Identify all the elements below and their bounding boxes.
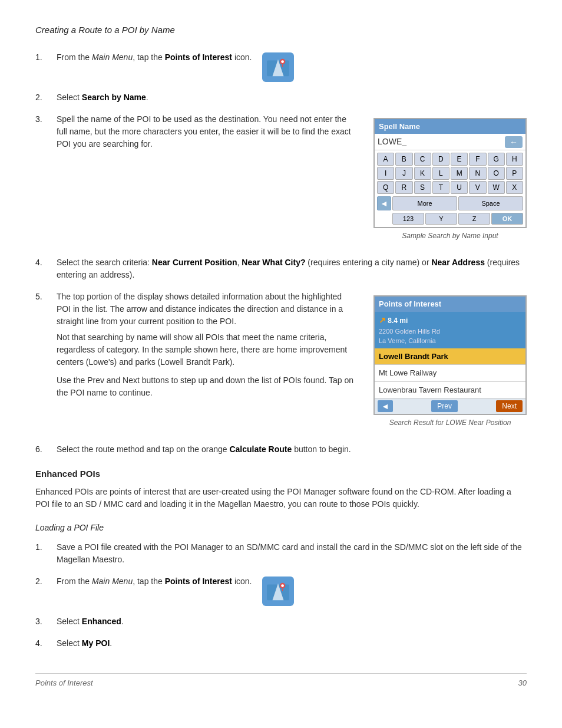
- poi-address1: 2200 Golden Hills Rd: [379, 327, 521, 337]
- loading-steps: 1. Save a POI file created with the POI …: [35, 541, 527, 650]
- my-poi-bold: My POI: [82, 638, 110, 648]
- keyboard-bottom-row: ◄ More Space: [375, 196, 525, 213]
- step-1-text: From the Main Menu, tap the Points of In…: [57, 51, 252, 64]
- step-2: 2. Select Search by Name.: [35, 91, 527, 104]
- step-5-num: 5.: [35, 291, 57, 303]
- loading-step-2-content: From the Main Menu, tap the Points of In…: [57, 575, 527, 606]
- step-5-extra: Use the Prev and Next buttons to step up…: [57, 374, 356, 399]
- step-6-num: 6.: [35, 443, 57, 456]
- key-L[interactable]: L: [432, 167, 449, 180]
- poi-distance: 8.4 mi: [388, 317, 408, 325]
- poi-bold-2: Points of Interest: [165, 577, 232, 586]
- step-2-content: Select Search by Name.: [57, 91, 527, 104]
- keyboard-last-row: 123 Y Z OK: [375, 213, 525, 227]
- svg-point-8: [282, 584, 285, 587]
- key-N[interactable]: N: [469, 167, 486, 180]
- enhanced-pois-heading: Enhanced POIs: [35, 467, 527, 481]
- key-123[interactable]: 123: [392, 213, 424, 225]
- loading-step-4: 4. Select My POI.: [35, 637, 527, 650]
- loading-step-1: 1. Save a POI file created with the POI …: [35, 541, 527, 566]
- step-3-row: Spell the name of the POI to be used as …: [57, 113, 527, 248]
- step-5-content: The top portion of the display shows det…: [57, 291, 356, 399]
- key-O[interactable]: O: [488, 167, 505, 180]
- key-D[interactable]: D: [432, 153, 449, 166]
- key-B[interactable]: B: [395, 153, 412, 166]
- poi-nav-row: ◄ Prev Next: [375, 398, 525, 414]
- key-Y[interactable]: Y: [425, 213, 457, 225]
- key-S[interactable]: S: [414, 181, 431, 194]
- step-1: 1. From the Main Menu, tap the Points of…: [35, 51, 527, 82]
- key-F[interactable]: F: [469, 153, 486, 166]
- page-title: Creating a Route to a POI by Name: [35, 24, 527, 37]
- key-W[interactable]: W: [488, 181, 505, 194]
- key-T[interactable]: T: [432, 181, 449, 194]
- key-more[interactable]: More: [392, 196, 457, 210]
- loading-step-2: 2. From the Main Menu, tap the Points of…: [35, 575, 527, 606]
- key-A[interactable]: A: [377, 153, 394, 166]
- back-arrow-key[interactable]: ◄: [377, 196, 391, 210]
- poi-back-button[interactable]: ◄: [378, 400, 393, 412]
- poi-results-header: Points of Interest: [375, 297, 525, 312]
- step-3: 3. Spell the name of the POI to be used …: [35, 113, 527, 248]
- poi-result-1[interactable]: Lowell Brandt Park: [375, 348, 525, 365]
- loading-step-4-num: 4.: [35, 637, 57, 650]
- step-2-num: 2.: [35, 91, 57, 104]
- key-V[interactable]: V: [469, 181, 486, 194]
- key-R[interactable]: R: [395, 181, 412, 194]
- step-5-row: The top portion of the display shows det…: [57, 291, 527, 434]
- poi-direction-arrow: ↗: [379, 315, 386, 325]
- poi-widget-caption: Search Result for LOWE Near Position: [373, 417, 527, 428]
- loading-step-3-num: 3.: [35, 615, 57, 628]
- poi-next-button[interactable]: Next: [496, 400, 523, 412]
- key-I[interactable]: I: [377, 167, 394, 180]
- step-1-num: 1.: [35, 51, 57, 64]
- poi-result-3[interactable]: Lowenbrau Tavern Restaurant: [375, 382, 525, 399]
- main-menu-italic-1: Main Menu: [92, 52, 133, 62]
- spell-name-header: Spell Name: [375, 119, 525, 134]
- poi-icon-1: [262, 52, 294, 82]
- key-K[interactable]: K: [414, 167, 431, 180]
- poi-bold-1: Points of Interest: [165, 52, 232, 62]
- key-Z[interactable]: Z: [458, 213, 490, 225]
- ok-button[interactable]: OK: [491, 213, 523, 225]
- poi-result-2[interactable]: Mt Lowe Railway: [375, 365, 525, 382]
- key-X[interactable]: X: [506, 181, 523, 194]
- calculate-route-bold: Calculate Route: [229, 444, 292, 454]
- key-U[interactable]: U: [451, 181, 468, 194]
- backspace-button[interactable]: ←: [505, 136, 523, 148]
- poi-top-row: ↗ 8.4 mi: [379, 314, 521, 327]
- footer-right: 30: [518, 677, 527, 689]
- loading-step-1-text: Save a POI file created with the POI Man…: [57, 541, 527, 566]
- step-5: 5. The top portion of the display shows …: [35, 291, 527, 434]
- main-steps: 1. From the Main Menu, tap the Points of…: [35, 51, 527, 456]
- loading-step-1-num: 1.: [35, 541, 57, 554]
- spell-name-widget: Spell Name LOWE_ ← A B C D E F G H: [373, 118, 527, 229]
- spell-input-row: LOWE_ ←: [375, 134, 525, 150]
- key-J[interactable]: J: [395, 167, 412, 180]
- poi-top-result: ↗ 8.4 mi 2200 Golden Hills Rd La Verne, …: [375, 312, 525, 348]
- poi-results-widget: Points of Interest ↗ 8.4 mi 2200 Golden …: [373, 295, 527, 415]
- key-M[interactable]: M: [451, 167, 468, 180]
- step-6-content: Select the route method and tap on the o…: [57, 443, 527, 456]
- keyboard-grid: A B C D E F G H I J K L M N O: [375, 150, 525, 196]
- key-E[interactable]: E: [451, 153, 468, 166]
- key-G[interactable]: G: [488, 153, 505, 166]
- key-Q[interactable]: Q: [377, 181, 394, 194]
- key-P[interactable]: P: [506, 167, 523, 180]
- step-3-num: 3.: [35, 113, 57, 126]
- main-menu-italic-2: Main Menu: [92, 577, 133, 586]
- near-current-bold: Near Current Position: [152, 258, 237, 267]
- step-5-para1: The top portion of the display shows det…: [57, 291, 356, 328]
- step-3-text: Spell the name of the POI to be used as …: [57, 113, 356, 150]
- step-5-para2: Not that searching by name will show all…: [57, 331, 356, 368]
- poi-icon-2: [262, 577, 294, 606]
- poi-prev-button[interactable]: Prev: [431, 400, 458, 412]
- key-C[interactable]: C: [414, 153, 431, 166]
- loading-step-2-text: From the Main Menu, tap the Points of In…: [57, 575, 252, 588]
- loading-step-2-num: 2.: [35, 575, 57, 588]
- key-space[interactable]: Space: [458, 196, 523, 210]
- key-H[interactable]: H: [506, 153, 523, 166]
- loading-step-3-text: Select Enhanced.: [57, 615, 527, 628]
- near-city-bold: Near What City?: [242, 258, 305, 267]
- footer-left: Points of Interest: [35, 677, 93, 689]
